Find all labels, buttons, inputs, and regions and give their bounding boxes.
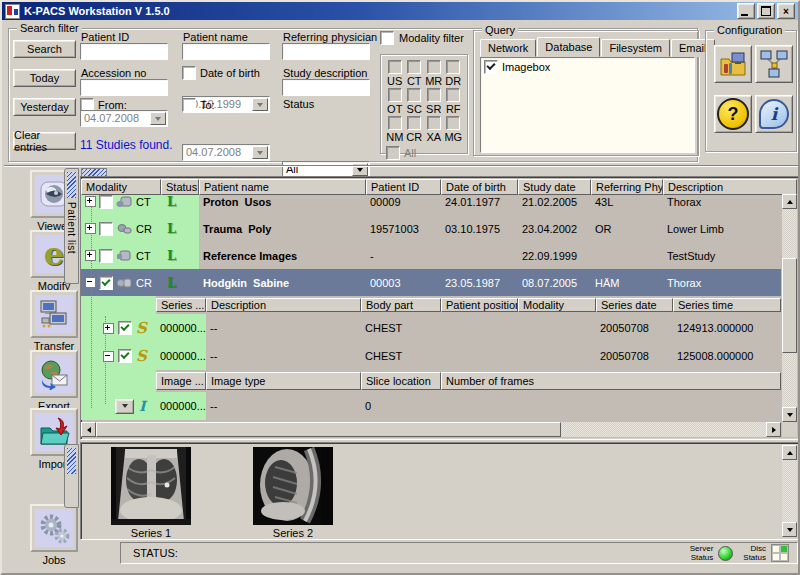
study-checkbox[interactable]: [99, 222, 113, 236]
modality-checkbox-nm[interactable]: [388, 116, 402, 130]
to-date-combo[interactable]: 04.07.2008: [182, 144, 270, 161]
jobs-button[interactable]: [30, 504, 78, 552]
tree-expander-icon[interactable]: [85, 277, 96, 288]
patient-name-input[interactable]: [182, 43, 270, 60]
imagebox-checkbox[interactable]: [484, 60, 498, 74]
network-settings-button[interactable]: [755, 45, 793, 83]
thumbnail-panel-grip[interactable]: [67, 448, 76, 474]
series-checkbox[interactable]: [118, 321, 132, 335]
modality-checkbox-cr[interactable]: [407, 116, 421, 130]
clear-entries-button[interactable]: Clear entries: [13, 132, 76, 150]
settings-button[interactable]: [714, 45, 752, 83]
col-body-part[interactable]: Body part: [361, 298, 441, 312]
col-series[interactable]: Series ...: [156, 298, 206, 312]
modality-filter-checkbox[interactable]: Modality filter: [380, 31, 464, 45]
scrollbar-thumb[interactable]: [782, 258, 797, 353]
tree-expander-icon[interactable]: [85, 196, 96, 207]
modality-checkbox-dr[interactable]: [446, 60, 460, 74]
col-description[interactable]: Description: [663, 179, 797, 195]
info-button[interactable]: i: [755, 95, 793, 133]
title-bar[interactable]: K-PACS Workstation V 1.5.0 ×: [2, 2, 798, 20]
series-2-thumbnail[interactable]: [253, 447, 333, 525]
tab-network[interactable]: Network: [480, 39, 536, 57]
query-item-imagebox[interactable]: Imagebox: [481, 58, 694, 74]
patient-list-tab[interactable]: Patient list: [64, 168, 79, 284]
tree-expander-icon[interactable]: [85, 223, 96, 234]
scroll-up-icon[interactable]: [782, 445, 797, 460]
scroll-left-icon[interactable]: [81, 422, 96, 437]
col-series-time[interactable]: Series time: [673, 298, 781, 312]
tab-filesystem[interactable]: Filesystem: [601, 39, 670, 57]
to-checkbox-box[interactable]: [182, 98, 196, 112]
col-series-modality[interactable]: Modality: [518, 298, 596, 312]
image-dropdown-button[interactable]: [115, 399, 134, 414]
tree-expander-icon[interactable]: [103, 351, 114, 362]
col-patient-id[interactable]: Patient ID: [366, 179, 441, 195]
col-series-description[interactable]: Description: [206, 298, 361, 312]
export-button[interactable]: [30, 350, 78, 398]
tab-database[interactable]: Database: [537, 37, 600, 57]
scroll-down-icon[interactable]: [782, 522, 797, 537]
from-date-combo[interactable]: 04.07.2008: [80, 110, 168, 127]
modality-checkbox-sr[interactable]: [427, 88, 441, 102]
study-row[interactable]: CT L Reference Images - 22.09.1999 TestS…: [81, 242, 781, 269]
col-date-of-birth[interactable]: Date of birth: [441, 179, 518, 195]
modality-checkbox-rf[interactable]: [446, 88, 460, 102]
col-series-date[interactable]: Series date: [596, 298, 673, 312]
study-row[interactable]: CR L Trauma Poly 19571003 03.10.1975 23.…: [81, 215, 781, 242]
series-1-thumbnail[interactable]: [111, 447, 191, 525]
maximize-icon[interactable]: [757, 3, 775, 19]
study-description-input[interactable]: [282, 79, 370, 96]
query-source-list[interactable]: Imagebox: [480, 57, 695, 153]
modality-checkbox-mr[interactable]: [427, 60, 441, 74]
modality-checkbox-sc[interactable]: [407, 88, 421, 102]
dob-checkbox[interactable]: Date of birth: [182, 66, 260, 80]
modality-filter-checkbox-box[interactable]: [380, 31, 394, 45]
transfer-button[interactable]: [30, 290, 78, 338]
table-horizontal-scrollbar[interactable]: [81, 422, 781, 437]
tree-expander-icon[interactable]: [85, 250, 96, 261]
study-checkbox[interactable]: [99, 195, 113, 209]
modality-checkbox-mg[interactable]: [446, 116, 460, 130]
col-patient-position[interactable]: Patient position: [441, 298, 518, 312]
close-icon[interactable]: ×: [777, 3, 795, 19]
scrollbar-thumb[interactable]: [96, 422, 561, 437]
table-vertical-scrollbar[interactable]: [782, 194, 797, 422]
image-row[interactable]: I 000000... -- 0: [81, 392, 781, 420]
col-patient-name[interactable]: Patient name: [199, 179, 366, 195]
study-checkbox[interactable]: [99, 276, 113, 290]
study-checkbox[interactable]: [99, 249, 113, 263]
modality-checkbox-xa[interactable]: [427, 116, 441, 130]
col-referring-phys[interactable]: Referring Phys.: [591, 179, 663, 195]
search-button[interactable]: Search: [13, 40, 76, 58]
col-image-type[interactable]: Image type: [206, 372, 361, 390]
today-button[interactable]: Today: [13, 69, 76, 87]
tree-expander-icon[interactable]: [103, 323, 114, 334]
col-status[interactable]: Status: [161, 179, 199, 195]
patient-list-grip[interactable]: [67, 172, 76, 198]
yesterday-button[interactable]: Yesterday: [13, 98, 76, 116]
scroll-right-icon[interactable]: [766, 422, 781, 437]
modality-checkbox-ct[interactable]: [407, 60, 421, 74]
accession-no-input[interactable]: [80, 79, 168, 96]
modality-checkbox-us[interactable]: [388, 60, 402, 74]
thumbnail-scrollbar[interactable]: [782, 445, 797, 537]
col-number-of-frames[interactable]: Number of frames: [441, 372, 781, 390]
dob-checkbox-box[interactable]: [182, 66, 196, 80]
col-modality[interactable]: Modality: [81, 179, 161, 195]
help-button[interactable]: ?: [714, 95, 752, 133]
modality-checkbox-ot[interactable]: [388, 88, 402, 102]
col-image[interactable]: Image ...: [156, 372, 206, 390]
patient-id-input[interactable]: [80, 43, 168, 60]
scroll-up-icon[interactable]: [782, 194, 797, 209]
study-row[interactable]: CT L Proton Usos 00009 24.01.1977 21.02.…: [81, 195, 781, 215]
minimize-icon[interactable]: [737, 3, 755, 19]
series-checkbox[interactable]: [118, 349, 132, 363]
thumbnail-panel-tab[interactable]: [64, 444, 79, 508]
scroll-down-icon[interactable]: [782, 407, 797, 422]
to-checkbox[interactable]: To:: [182, 98, 215, 112]
series-row[interactable]: S 000000... -- CHEST 20050708 125008.000…: [81, 342, 781, 370]
col-slice-location[interactable]: Slice location: [361, 372, 441, 390]
col-study-date[interactable]: Study date: [518, 179, 591, 195]
study-row-selected[interactable]: CR L Hodgkin Sabine 00003 23.05.1987 08.…: [81, 269, 781, 296]
